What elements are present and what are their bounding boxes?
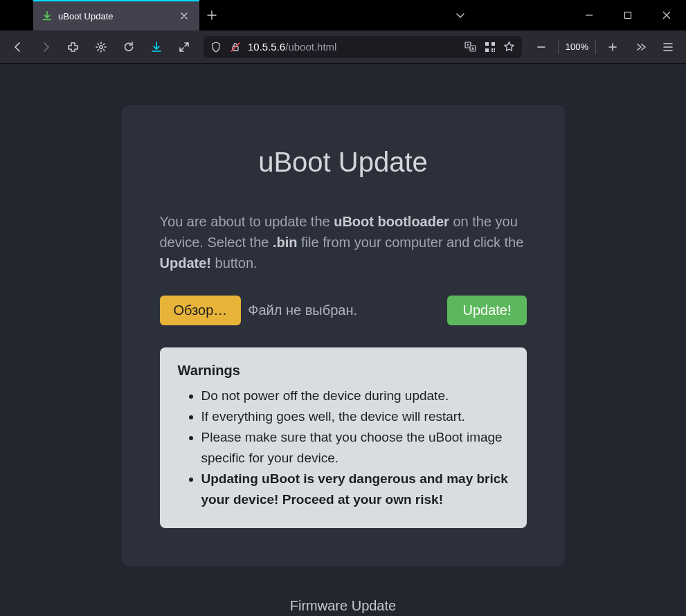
downloads-button[interactable] xyxy=(144,36,169,58)
browse-button[interactable]: Обзор… xyxy=(160,296,242,325)
back-button[interactable] xyxy=(6,36,30,58)
window-controls xyxy=(570,0,686,30)
file-input-group: Обзор… Файл не выбран. xyxy=(160,296,358,325)
bookmark-star-icon[interactable] xyxy=(503,40,516,54)
zoom-divider xyxy=(558,40,559,54)
tabs-dropdown-button[interactable] xyxy=(448,10,473,20)
svg-rect-5 xyxy=(485,42,489,46)
new-tab-button[interactable] xyxy=(199,0,224,30)
svg-rect-8 xyxy=(491,48,493,50)
hamburger-menu-button[interactable] xyxy=(656,36,680,58)
svg-rect-11 xyxy=(494,48,495,50)
description-text: You are about to update the uBoot bootlo… xyxy=(160,211,527,273)
svg-rect-7 xyxy=(485,48,489,52)
zoom-level: 100% xyxy=(563,42,591,52)
warning-item: Do not power off the device during updat… xyxy=(201,386,509,406)
desc-bold: .bin xyxy=(273,235,298,250)
update-card: uBoot Update You are about to update the… xyxy=(122,105,565,566)
tab-title: uBoot Update xyxy=(58,11,172,21)
shield-icon xyxy=(209,40,223,54)
update-button[interactable]: Update! xyxy=(447,296,526,325)
forward-button[interactable] xyxy=(33,36,58,58)
zoom-divider xyxy=(595,40,596,54)
url-path: /uboot.html xyxy=(285,41,336,53)
svg-rect-9 xyxy=(494,51,495,52)
url-host: 10.5.5.6 xyxy=(248,41,285,53)
browser-toolbar: 10.5.5.6/uboot.html 100% xyxy=(0,30,686,64)
desc-bold: Update! xyxy=(160,255,211,271)
reload-button[interactable] xyxy=(116,36,141,58)
overflow-menu-button[interactable] xyxy=(628,36,653,58)
qr-icon[interactable] xyxy=(483,40,497,54)
zoom-in-button[interactable] xyxy=(600,36,625,58)
file-status-text: Файл не выбран. xyxy=(248,302,357,318)
warning-item: Please make sure that you choose the uBo… xyxy=(201,427,509,469)
warning-item: If everything goes well, the device will… xyxy=(201,406,509,427)
warnings-box: Warnings Do not power off the device dur… xyxy=(160,347,527,528)
tab-close-button[interactable] xyxy=(177,9,191,23)
desc-segment: You are about to update the xyxy=(160,214,334,229)
url-bar[interactable]: 10.5.5.6/uboot.html xyxy=(204,36,522,58)
translate-icon[interactable] xyxy=(464,40,478,54)
zoom-out-button[interactable] xyxy=(529,36,554,58)
svg-point-1 xyxy=(100,45,102,48)
desc-bold: uBoot bootloader xyxy=(334,214,449,229)
desc-segment: file from your computer and click the xyxy=(297,235,523,250)
settings-gear-icon[interactable] xyxy=(89,36,114,58)
action-row: Обзор… Файл не выбран. Update! xyxy=(160,296,527,325)
warnings-title: Warnings xyxy=(178,363,509,379)
browser-tab-active[interactable]: uBoot Update xyxy=(33,0,199,30)
minimize-button[interactable] xyxy=(570,0,608,30)
firmware-update-link[interactable]: Firmware Update xyxy=(0,598,686,614)
insecure-lock-icon xyxy=(228,40,242,54)
fullscreen-button[interactable] xyxy=(172,36,197,58)
page-title: uBoot Update xyxy=(160,147,527,178)
warning-item-critical: Updating uBoot is very dangerous and may… xyxy=(201,469,509,510)
titlebar: uBoot Update xyxy=(0,0,686,30)
browser-tabs: uBoot Update xyxy=(0,0,224,30)
zoom-controls: 100% xyxy=(529,36,625,58)
page-content: uBoot Update You are about to update the… xyxy=(0,64,686,616)
svg-rect-0 xyxy=(625,12,631,19)
url-text: 10.5.5.6/uboot.html xyxy=(248,41,458,53)
warnings-list: Do not power off the device during updat… xyxy=(178,386,509,510)
download-favicon-icon xyxy=(42,10,53,21)
extension-button[interactable] xyxy=(61,36,86,58)
desc-segment: button. xyxy=(211,255,258,271)
maximize-button[interactable] xyxy=(608,0,647,30)
svg-rect-6 xyxy=(491,42,495,46)
svg-rect-4 xyxy=(470,46,476,51)
close-window-button[interactable] xyxy=(647,0,686,30)
svg-rect-10 xyxy=(491,51,493,52)
